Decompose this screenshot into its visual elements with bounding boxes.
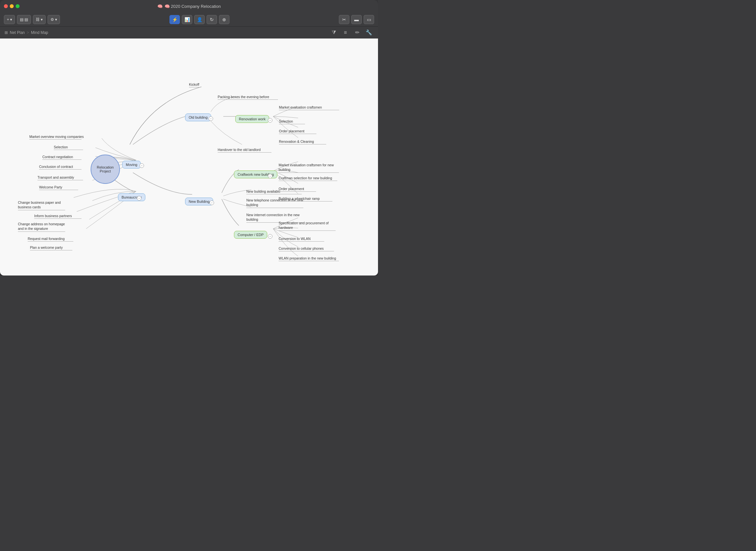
list-button[interactable]: ≡	[341, 28, 350, 37]
cellular-node: Conversion to cellular phones	[279, 246, 334, 251]
refresh-icon: ↻	[210, 17, 214, 22]
market-craftsmen-new-node: Market evaluation craftsmen for new buil…	[279, 163, 339, 173]
new-building-label: New Building	[189, 199, 210, 203]
craftwork-collapse[interactable]: −	[268, 174, 272, 178]
welcome-party2-node: Plan a welcome party	[30, 245, 72, 250]
dropdown-arrow: ▾	[10, 17, 12, 22]
moving-label: Moving	[126, 163, 137, 167]
computer-edp-node[interactable]: Computer / EDP	[234, 231, 267, 239]
layout1-button[interactable]: ▬	[351, 15, 362, 24]
transport-node: Transport and assembly	[37, 175, 83, 180]
link-dropdown: ▾	[41, 17, 43, 22]
user-icon: 👤	[197, 17, 202, 22]
reno-cleaning-node: Renovation & Cleaning	[279, 139, 326, 144]
breadcrumb-path2[interactable]: Mind Map	[31, 30, 48, 35]
title-text: 🧠 2020 Company Relocation	[165, 4, 221, 9]
breadcrumb-path1[interactable]: Net Plan	[10, 30, 25, 35]
main-window: 🧠 🧠 2020 Company Relocation + ▾ ▤ ▤ ⛓ ▾ …	[0, 0, 378, 276]
market-craftsmen-node: Market evaluation craftsmen	[279, 105, 339, 110]
selection-moving-node: Selection	[54, 145, 83, 150]
moving-node[interactable]: Moving	[122, 161, 141, 168]
lightning-icon: ⚡	[172, 17, 178, 22]
old-building-label: Old building	[189, 115, 208, 119]
kickoff-node[interactable]: Kickoff	[189, 82, 199, 87]
add-button[interactable]: + ▾	[4, 15, 15, 24]
packing-boxes-node: Packing boxes the evening before	[218, 95, 278, 100]
traffic-lights	[4, 4, 20, 8]
toolbar: + ▾ ▤ ▤ ⛓ ▾ ⚙ ▾ ⚡ 📊 👤 ↻	[0, 12, 378, 27]
welcome-party-node: Welcome Party	[39, 185, 78, 190]
old-building-node[interactable]: Old building	[185, 113, 211, 121]
contract-neg-node: Contract negotiation	[42, 155, 81, 160]
market-overview-node: Market overview moving companies	[29, 135, 81, 139]
library-icon: 📊	[184, 17, 190, 22]
close-button[interactable]	[4, 4, 8, 8]
wheelchair-ramp-node: Building a wheelchair ramp	[279, 196, 332, 201]
order-placement-reno-node: Order placement	[279, 129, 316, 134]
moving-collapse[interactable]: −	[139, 163, 144, 168]
center-node[interactable]: Relocation Project	[91, 154, 120, 184]
plus-icon: +	[7, 17, 9, 22]
order-placement-craft-node: Order placement	[279, 187, 316, 192]
fullscreen-button[interactable]	[16, 4, 20, 8]
breadcrumb-bar: ⊞ Net Plan > Mind Map ⧩ ≡ ✏ 🔧	[0, 27, 378, 38]
indent-icon: ▤	[20, 17, 23, 22]
minimize-button[interactable]	[10, 4, 14, 8]
handover-node: Handover to the old landlord	[218, 148, 271, 152]
bureaucracy-collapse[interactable]: −	[137, 196, 141, 200]
inform-partners-node: Inform business partners	[34, 214, 81, 219]
link-button[interactable]: ⛓ ▾	[33, 15, 46, 24]
gear-icon: ⚙	[51, 17, 54, 22]
layout1-icon: ▬	[354, 17, 359, 22]
computer-edp-collapse[interactable]: −	[268, 234, 272, 239]
wlan-prep-node: WLAN preparation in the new building	[279, 256, 339, 261]
library-button[interactable]: 📊	[182, 15, 192, 24]
link-icon: ⛓	[36, 17, 40, 22]
wrench-button[interactable]: 🔧	[364, 28, 373, 37]
toolbar-center: ⚡ 📊 👤 ↻ ⊕	[62, 15, 337, 24]
refresh-button[interactable]: ↻	[207, 15, 217, 24]
renovation-label: Renovation work	[239, 117, 266, 121]
layout2-button[interactable]: ▭	[364, 15, 374, 24]
center-label: Relocation Project	[91, 165, 119, 173]
user-button[interactable]: 👤	[194, 15, 205, 24]
spec-procurement-node: Specification and procurement of hardwar…	[279, 221, 336, 231]
wlan-node: Conversion to WLAN	[279, 237, 324, 241]
new-building-collapse[interactable]: −	[210, 200, 214, 205]
app-icon: 🧠	[157, 4, 163, 9]
filter-button[interactable]: ⧩	[329, 28, 338, 37]
new-building-node[interactable]: New Building	[185, 197, 213, 205]
breadcrumb-icon: ⊞	[5, 30, 8, 35]
settings-button[interactable]: ⚙ ▾	[48, 15, 60, 24]
breadcrumb-tools: ⧩ ≡ ✏ 🔧	[329, 28, 373, 37]
business-paper-node: Change business paper and business cards	[18, 200, 65, 210]
breadcrumb: ⊞ Net Plan > Mind Map	[5, 30, 48, 35]
globe-icon: ⊕	[222, 17, 226, 22]
scissors-icon: ✂	[342, 17, 346, 22]
lightning-button[interactable]: ⚡	[169, 15, 180, 24]
renovation-node[interactable]: Renovation work	[235, 115, 269, 123]
layout2-icon: ▭	[367, 17, 371, 22]
change-address-node: Change address on homepage and in the si…	[18, 222, 65, 232]
renovation-collapse[interactable]: −	[268, 118, 272, 123]
selection-reno-node: Selection	[279, 119, 305, 124]
canvas-area[interactable]: Relocation Project Kickoff Moving − Mark…	[0, 38, 378, 276]
computer-edp-label: Computer / EDP	[238, 233, 264, 237]
old-building-collapse[interactable]: −	[209, 116, 213, 121]
craftman-selection-node: Craftman selection for new building	[279, 176, 337, 181]
settings-dropdown: ▾	[55, 17, 57, 22]
pen-button[interactable]: ✏	[353, 28, 362, 37]
outdent-icon: ▤	[24, 17, 28, 22]
titlebar: 🧠 🧠 2020 Company Relocation	[0, 0, 378, 12]
breadcrumb-separator: >	[27, 30, 29, 35]
mail-forwarding-node: Request mail forwarding	[28, 237, 73, 241]
indent-button[interactable]: ▤ ▤	[17, 15, 31, 24]
conclusion-node: Conclusion of contract	[39, 165, 81, 169]
window-title: 🧠 🧠 2020 Company Relocation	[157, 4, 221, 9]
scissors-button[interactable]: ✂	[339, 15, 349, 24]
globe-button[interactable]: ⊕	[219, 15, 229, 24]
